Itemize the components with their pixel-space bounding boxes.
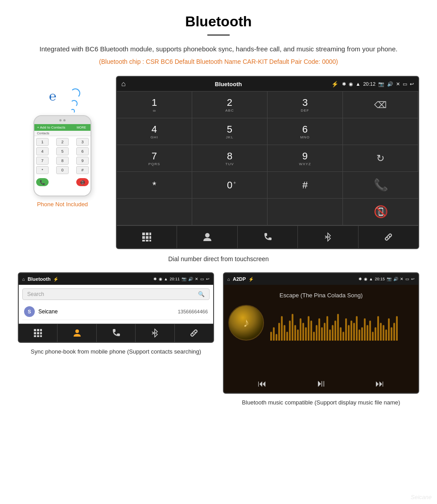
wifi-wave-large bbox=[70, 88, 80, 98]
contact-avatar: S bbox=[24, 306, 35, 317]
pb-person-btn[interactable] bbox=[58, 324, 96, 342]
pb-home-icon[interactable]: ⌂ bbox=[22, 277, 25, 282]
wave-bar bbox=[289, 321, 291, 341]
phone-key-0[interactable]: 0 bbox=[56, 166, 69, 174]
wave-bar bbox=[396, 316, 398, 341]
wave-bar bbox=[393, 323, 395, 341]
pb-back-icon[interactable]: ↩ bbox=[206, 277, 210, 281]
phone-key-6[interactable]: 6 bbox=[76, 147, 89, 155]
phone-key-2[interactable]: 2 bbox=[56, 138, 69, 146]
pb-link-btn[interactable] bbox=[175, 324, 213, 342]
phone-end-button[interactable]: 📵 bbox=[76, 178, 89, 186]
contact-row[interactable]: S Seicane 13566664466 bbox=[22, 304, 210, 320]
search-box[interactable]: Search 🔍 bbox=[22, 288, 210, 300]
wave-bar bbox=[340, 327, 342, 341]
dial-key-1[interactable]: 1 ∞ bbox=[117, 92, 192, 118]
dial-key-9[interactable]: 9 WXYZ bbox=[268, 145, 343, 172]
phone-key-9[interactable]: 9 bbox=[76, 157, 89, 165]
pb-time: 20:11 bbox=[169, 277, 180, 281]
svg-rect-15 bbox=[40, 332, 42, 334]
dial-bottom-link-icon[interactable] bbox=[359, 226, 418, 248]
phone-header-label: + Add to Contacts bbox=[37, 125, 65, 129]
dial-key-star[interactable]: * bbox=[117, 172, 192, 199]
wave-bar bbox=[334, 321, 336, 341]
dial-key-7[interactable]: 7 PQRS bbox=[117, 145, 192, 172]
hangup-icon[interactable]: 📵 bbox=[374, 205, 388, 219]
wave-bar bbox=[324, 323, 326, 341]
dial-empty-4 bbox=[117, 199, 192, 225]
svg-rect-18 bbox=[40, 335, 42, 337]
music-status-icons: ✱ ◉ ▲ 20:15 📷 🔊 ✕ ▭ ↩ bbox=[359, 277, 415, 281]
wave-bar bbox=[383, 325, 384, 341]
wave-bar bbox=[353, 323, 355, 341]
dial-bottom-grid-icon[interactable] bbox=[117, 226, 177, 248]
refresh-icon[interactable]: ↻ bbox=[376, 153, 384, 164]
wave-bar bbox=[361, 327, 363, 341]
music-status-bar: ⌂ A2DP ⚡ ✱ ◉ ▲ 20:15 📷 🔊 ✕ ▭ ↩ bbox=[224, 273, 418, 285]
phonebook-content: Search 🔍 S Seicane 13566664466 bbox=[19, 285, 213, 324]
dial-key-6[interactable]: 6 MNO bbox=[268, 118, 343, 145]
bluetooth-symbol-icon: ℮ bbox=[49, 89, 57, 104]
phone-key-4[interactable]: 4 bbox=[36, 147, 49, 155]
dial-key-4[interactable]: 4 GHI bbox=[117, 118, 192, 145]
phone-key-star[interactable]: * bbox=[36, 166, 49, 174]
title-divider bbox=[207, 34, 230, 36]
dial-bottom-phone-icon[interactable] bbox=[238, 226, 298, 248]
phone-call-button[interactable]: 📞 bbox=[36, 178, 49, 186]
music-vol-icon: 🔊 bbox=[393, 277, 398, 281]
music-content: Escape (The Pina Colada Song) ♪ bbox=[224, 285, 418, 374]
pb-grid-btn[interactable] bbox=[19, 324, 58, 342]
location-icon: ◉ bbox=[349, 81, 353, 87]
pb-phone-btn[interactable] bbox=[97, 324, 136, 342]
dial-key-0[interactable]: 0 + bbox=[192, 172, 268, 199]
backspace-icon[interactable]: ⌫ bbox=[374, 100, 387, 110]
wave-bar bbox=[326, 316, 328, 341]
music-disc: ♪ bbox=[228, 305, 264, 341]
wave-bar bbox=[300, 318, 301, 341]
music-next-icon[interactable]: ⏭ bbox=[375, 379, 384, 389]
call-green-icon[interactable]: 📞 bbox=[374, 178, 388, 192]
dial-bottom-bluetooth-icon[interactable] bbox=[298, 226, 358, 248]
phone-key-8[interactable]: 8 bbox=[56, 157, 69, 165]
phone-key-1[interactable]: 1 bbox=[36, 138, 49, 146]
phonebook-status-bar: ⌂ Bluetooth ⚡ ✱ ◉ ▲ 20:11 📷 🔊 ✕ ▭ ↩ bbox=[19, 273, 213, 285]
dial-key-3[interactable]: 3 DEF bbox=[268, 92, 343, 118]
dial-key-hash[interactable]: # bbox=[268, 172, 343, 199]
dial-bottom-person-icon[interactable] bbox=[177, 226, 237, 248]
music-main-area: ♪ bbox=[228, 305, 414, 341]
music-cam-icon: 📷 bbox=[387, 277, 392, 281]
wave-bar bbox=[286, 332, 288, 341]
music-play-pause-icon[interactable]: ⏯ bbox=[316, 378, 326, 389]
music-close-icon: ✕ bbox=[400, 277, 404, 281]
music-bt-icon: ✱ bbox=[359, 277, 362, 281]
bluetooth-status-icon: ✱ bbox=[342, 81, 346, 87]
phone-keypad-row-1: 1 2 3 bbox=[36, 138, 89, 146]
svg-point-19 bbox=[75, 329, 79, 333]
svg-rect-12 bbox=[40, 329, 42, 331]
home-icon[interactable]: ⌂ bbox=[121, 80, 126, 88]
phone-key-7[interactable]: 7 bbox=[36, 157, 49, 165]
wave-bar bbox=[364, 318, 366, 341]
music-prev-icon[interactable]: ⏮ bbox=[258, 379, 267, 389]
wave-bar bbox=[391, 327, 392, 341]
wave-bar bbox=[305, 327, 307, 341]
pb-close-icon: ✕ bbox=[195, 277, 198, 281]
dial-key-5[interactable]: 5 JKL bbox=[192, 118, 268, 145]
camera-icon: 📷 bbox=[378, 81, 384, 87]
phone-key-5[interactable]: 5 bbox=[56, 147, 69, 155]
status-icons: ✱ ◉ ▲ 20:12 📷 🔊 ✕ ▭ ↩ bbox=[342, 81, 414, 87]
dial-key-8[interactable]: 8 TUV bbox=[192, 145, 268, 172]
music-home-icon[interactable]: ⌂ bbox=[227, 277, 230, 282]
wave-bar bbox=[375, 327, 376, 341]
phone-key-hash[interactable]: # bbox=[76, 166, 89, 174]
bottom-panels: ⌂ Bluetooth ⚡ ✱ ◉ ▲ 20:11 📷 🔊 ✕ ▭ ↩ bbox=[18, 272, 419, 407]
dial-call-green-cell: 📞 bbox=[343, 172, 418, 199]
dial-key-2[interactable]: 2 ABC bbox=[192, 92, 268, 118]
dial-grid: 1 ∞ 2 ABC 3 DEF ⌫ bbox=[117, 91, 418, 199]
music-song-title: Escape (The Pina Colada Song) bbox=[280, 292, 363, 299]
music-back-icon[interactable]: ↩ bbox=[411, 277, 415, 281]
pb-bt-btn[interactable] bbox=[136, 324, 174, 342]
back-icon[interactable]: ↩ bbox=[410, 81, 414, 87]
phone-key-3[interactable]: 3 bbox=[76, 138, 89, 146]
wave-bar bbox=[342, 332, 344, 341]
